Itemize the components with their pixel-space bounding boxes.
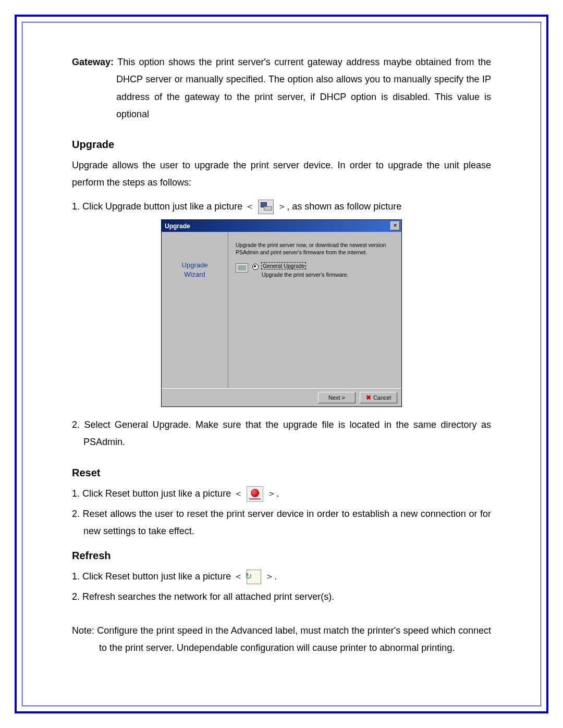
content-area: Gateway: This option shows the print ser… <box>22 22 541 706</box>
dialog-right-panel: Upgrade the print server now, or downloa… <box>228 232 401 388</box>
wizard-label: Upgrade Wizard <box>182 261 208 279</box>
gateway-label: Gateway: <box>72 57 114 67</box>
upgrade-dialog: Upgrade × Upgrade Wizard Upgrade the pri… <box>161 219 402 407</box>
note-text: Configure the print speed in the Advance… <box>97 625 491 653</box>
reset-step1-post: ＞. <box>267 488 279 499</box>
upgrade-step-2: 2. Select General Upgrade. Make sure tha… <box>72 416 491 451</box>
dialog-option-row: General Upgrade Upgrade the print server… <box>236 262 394 277</box>
radio-selected-icon[interactable] <box>252 264 259 270</box>
upgrade-dialog-figure: Upgrade × Upgrade Wizard Upgrade the pri… <box>72 219 491 407</box>
dialog-left-panel: Upgrade Wizard <box>162 232 228 388</box>
page: Gateway: This option shows the print ser… <box>0 0 563 728</box>
reset-step-2: 2. Reset allows the user to reset the pr… <box>72 505 491 540</box>
outer-border: Gateway: This option shows the print ser… <box>15 15 548 713</box>
dialog-body: Upgrade Wizard Upgrade the print server … <box>162 232 401 388</box>
gateway-paragraph: Gateway: This option shows the print ser… <box>72 54 491 123</box>
close-icon[interactable]: × <box>390 221 400 230</box>
refresh-step1-pre: 1. Click Reset button just like a pictur… <box>72 571 243 582</box>
reset-step1-pre: 1. Click Reset button just like a pictur… <box>72 488 243 499</box>
gateway-text: This option shows the print server's cur… <box>116 57 491 119</box>
refresh-step-2: 2. Refresh searches the network for all … <box>72 588 491 606</box>
upgrade-step1-pre: 1. Click Upgrade button just like a pict… <box>72 201 254 212</box>
refresh-toolbar-icon: ↻ <box>247 570 261 584</box>
cancel-x-icon: ✖ <box>366 394 371 401</box>
next-button[interactable]: Next > <box>318 392 356 403</box>
general-upgrade-sub: Upgrade the print server's firmware. <box>262 272 394 278</box>
note-paragraph: Note: Configure the print speed in the A… <box>72 622 491 657</box>
next-button-label: Next > <box>328 394 345 401</box>
upgrade-heading: Upgrade <box>72 139 491 151</box>
dialog-option-text: General Upgrade Upgrade the print server… <box>252 262 394 277</box>
cancel-button[interactable]: ✖ Cancel <box>360 392 397 403</box>
reset-toolbar-icon: × <box>247 486 263 502</box>
wizard-line-1: Upgrade <box>182 261 208 269</box>
reset-step-1: 1. Click Reset button just like a pictur… <box>72 485 491 502</box>
dialog-description: Upgrade the print server now, or downloa… <box>236 241 394 256</box>
refresh-step-1: 1. Click Reset button just like a pictur… <box>72 568 491 585</box>
cancel-button-label: Cancel <box>373 394 391 401</box>
upgrade-step-1: 1. Click Upgrade button just like a pict… <box>72 198 491 215</box>
upgrade-step1-post: ＞, as shown as follow picture <box>277 201 401 212</box>
dialog-title: Upgrade <box>165 223 190 230</box>
reset-heading: Reset <box>72 467 491 479</box>
dialog-titlebar: Upgrade × <box>162 220 401 232</box>
wizard-line-2: Wizard <box>184 270 205 278</box>
refresh-step1-post: ＞. <box>265 571 277 582</box>
upgrade-intro: Upgrade allows the user to upgrade the p… <box>72 157 491 192</box>
refresh-heading: Refresh <box>72 550 491 562</box>
general-upgrade-option[interactable]: General Upgrade <box>261 262 307 269</box>
upgrade-toolbar-icon <box>258 200 274 214</box>
dialog-footer: Next > ✖ Cancel <box>162 388 401 406</box>
note-label: Note: <box>72 625 94 636</box>
device-icon <box>236 263 248 273</box>
